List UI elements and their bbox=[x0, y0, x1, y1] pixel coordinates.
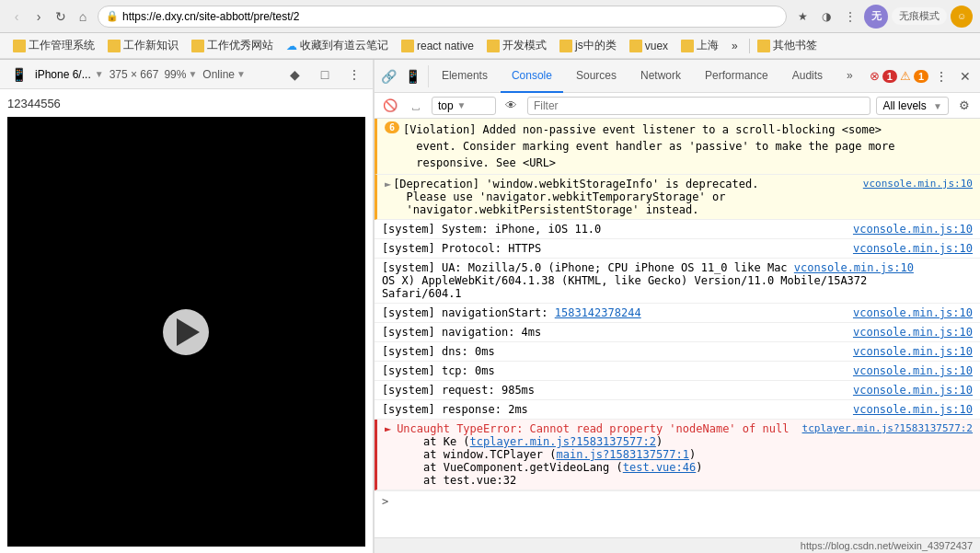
folder-icon bbox=[757, 40, 770, 52]
stack-line-1: at Ke (tcplayer.min.js?1583137577:2) bbox=[397, 435, 973, 448]
tab-more[interactable]: » bbox=[836, 60, 864, 93]
console-toolbar: 🚫 ⎵ top ▼ 👁 All levels ▼ ⚙ bbox=[375, 93, 980, 119]
bookmark-item-qita[interactable]: 其他书签 bbox=[752, 36, 823, 55]
bookmark-item-youdao[interactable]: ☁ 收藏到有道云笔记 bbox=[281, 36, 394, 55]
tab-audits[interactable]: Audits bbox=[781, 60, 834, 93]
expand-toggle-icon[interactable]: ► bbox=[385, 178, 391, 190]
tab-network[interactable]: Network bbox=[629, 60, 692, 93]
navstart-link[interactable]: 1583142378244 bbox=[555, 306, 641, 319]
deprecation-file-link[interactable]: vconsole.min.js:10 bbox=[863, 178, 973, 216]
folder-icon bbox=[487, 40, 500, 52]
error-stack: at Ke (tcplayer.min.js?1583137577:2) at … bbox=[397, 435, 973, 487]
bookmark-label: 上海 bbox=[697, 38, 719, 53]
incognito-badge: 无痕模式 bbox=[892, 7, 947, 25]
dns-file[interactable]: vconsole.min.js:10 bbox=[853, 345, 973, 358]
error-main-file[interactable]: tcplayer.min.js?1583137577:2 bbox=[802, 422, 973, 435]
zoom-selector[interactable]: 99% ▼ bbox=[164, 68, 197, 81]
stack-link-1[interactable]: tcplayer.min.js?1583137577:2 bbox=[470, 435, 656, 448]
settings-icon[interactable]: ⋮ bbox=[930, 65, 952, 87]
tab-performance[interactable]: Performance bbox=[694, 60, 779, 93]
console-entry-navstart: [system] navigationStart: 1583142378244 … bbox=[375, 304, 980, 323]
address-bar[interactable] bbox=[122, 10, 778, 23]
folder-icon bbox=[108, 40, 121, 52]
eye-icon[interactable]: 👁 bbox=[502, 96, 522, 116]
close-devtools-button[interactable]: ✕ bbox=[954, 65, 976, 87]
console-output: 6 [Violation] Added non-passive event li… bbox=[375, 119, 980, 537]
play-button[interactable] bbox=[163, 309, 209, 355]
device-emulation-icon[interactable]: 📱 bbox=[402, 65, 424, 87]
avatar-button[interactable]: ☺ bbox=[951, 6, 973, 28]
stack-link-2[interactable]: main.js?1583137577:1 bbox=[557, 448, 690, 461]
back-button[interactable]: ‹ bbox=[7, 7, 26, 26]
forward-button[interactable]: › bbox=[29, 7, 48, 26]
folder-icon bbox=[559, 40, 572, 52]
bookmark-label: react native bbox=[417, 40, 474, 52]
error-count-badge: 1 bbox=[882, 70, 897, 83]
level-selector[interactable]: All levels ▼ bbox=[876, 97, 949, 115]
console-entry-tcp: [system] tcp: 0ms vconsole.min.js:10 bbox=[375, 362, 980, 381]
request-file[interactable]: vconsole.min.js:10 bbox=[853, 384, 973, 397]
capture-icon[interactable]: ◆ bbox=[284, 63, 306, 86]
menu-icon[interactable]: ⋮ bbox=[840, 6, 860, 27]
main-area: 📱 iPhone 6/... ▼ 375 × 667 99% ▼ Online … bbox=[0, 60, 980, 553]
bookmark-item-gongzuoxinzhi[interactable]: 工作新知识 bbox=[102, 36, 184, 55]
console-entry-dns: [system] dns: 0ms vconsole.min.js:10 bbox=[375, 342, 980, 362]
tcp-file[interactable]: vconsole.min.js:10 bbox=[853, 364, 973, 377]
folder-icon bbox=[191, 40, 204, 52]
device-selector[interactable]: iPhone 6/... ▼ bbox=[35, 68, 104, 81]
tab-console[interactable]: Console bbox=[501, 60, 563, 93]
bookmark-item-vuex[interactable]: vuex bbox=[624, 38, 674, 54]
fit-icon[interactable]: □ bbox=[314, 63, 336, 86]
tab-elements[interactable]: Elements bbox=[431, 60, 499, 93]
clear-console-button[interactable]: 🚫 bbox=[380, 96, 400, 116]
console-input[interactable] bbox=[392, 495, 973, 508]
level-value: All levels bbox=[882, 99, 926, 112]
device-mode-icon[interactable]: 📱 bbox=[7, 63, 29, 86]
tab-sources[interactable]: Sources bbox=[565, 60, 628, 93]
tcp-message: [system] tcp: 0ms bbox=[382, 364, 495, 377]
online-selector[interactable]: Online ▼ bbox=[202, 68, 246, 81]
toolbar-right: ★ ◑ ⋮ 无 无痕模式 ☺ bbox=[792, 5, 973, 29]
console-filter-input[interactable] bbox=[527, 97, 871, 115]
devtools-header: 🔗 📱 Elements Console Sources Network Per… bbox=[375, 60, 980, 93]
bookmark-item-kaifamoshi[interactable]: 开发模式 bbox=[481, 36, 552, 55]
times-symbol: × bbox=[131, 68, 140, 81]
bookmark-item-gongzuoyouxiu[interactable]: 工作优秀网站 bbox=[186, 36, 279, 55]
navstart-file[interactable]: vconsole.min.js:10 bbox=[853, 306, 973, 319]
context-selector[interactable]: top ▼ bbox=[432, 97, 496, 115]
extensions-icon[interactable]: ◑ bbox=[816, 6, 836, 27]
bookmark-item-react-native[interactable]: react native bbox=[396, 38, 479, 54]
bookmark-label: js中的类 bbox=[575, 38, 617, 53]
error-expand-icon[interactable]: ► bbox=[385, 422, 391, 435]
video-container[interactable] bbox=[7, 117, 365, 547]
navigation-file[interactable]: vconsole.min.js:10 bbox=[853, 326, 973, 339]
folder-icon bbox=[629, 40, 642, 52]
stack-link-3[interactable]: test.vue:46 bbox=[623, 461, 696, 474]
system-ios-file[interactable]: vconsole.min.js:10 bbox=[853, 223, 973, 236]
bookmark-more-button[interactable]: » bbox=[726, 38, 744, 54]
bookmark-item-shanghai[interactable]: 上海 bbox=[675, 36, 724, 55]
deprecation-message: [Deprecation] 'window.webkitStorageInfo'… bbox=[393, 178, 758, 216]
console-settings-icon[interactable]: ⚙ bbox=[954, 96, 974, 116]
error-warning-badges: ⊗ 1 ⚠ 1 bbox=[870, 69, 928, 83]
filter-toggle-button[interactable]: ⎵ bbox=[406, 96, 426, 116]
mobile-content: 12344556 bbox=[0, 89, 373, 553]
address-bar-container[interactable]: 🔒 bbox=[98, 6, 787, 28]
protocol-file[interactable]: vconsole.min.js:10 bbox=[853, 242, 973, 255]
home-button[interactable]: ⌂ bbox=[74, 7, 92, 26]
inspect-element-icon[interactable]: 🔗 bbox=[378, 65, 400, 87]
online-dropdown-icon: ▼ bbox=[236, 69, 246, 79]
ua-message: [system] UA: Mozilla/5.0 (iPhone; CPU iP… bbox=[382, 261, 914, 300]
star-icon[interactable]: ★ bbox=[792, 6, 813, 27]
profile-button[interactable]: 无 bbox=[864, 5, 888, 29]
response-file[interactable]: vconsole.min.js:10 bbox=[853, 403, 973, 416]
context-dropdown-icon: ▼ bbox=[457, 100, 467, 110]
devtools-settings[interactable]: ⋮ bbox=[930, 65, 952, 87]
bookmark-item-gongzuoguanli[interactable]: 工作管理系统 bbox=[7, 36, 100, 55]
console-entry-typeerror: ► Uncaught TypeError: Cannot read proper… bbox=[375, 420, 980, 490]
bookmark-label: 工作新知识 bbox=[123, 38, 179, 53]
more-options-icon[interactable]: ⋮ bbox=[343, 63, 365, 86]
bookmark-item-jslei[interactable]: js中的类 bbox=[554, 36, 622, 55]
console-entry-response: [system] response: 2ms vconsole.min.js:1… bbox=[375, 400, 980, 420]
refresh-button[interactable]: ↻ bbox=[52, 7, 70, 26]
